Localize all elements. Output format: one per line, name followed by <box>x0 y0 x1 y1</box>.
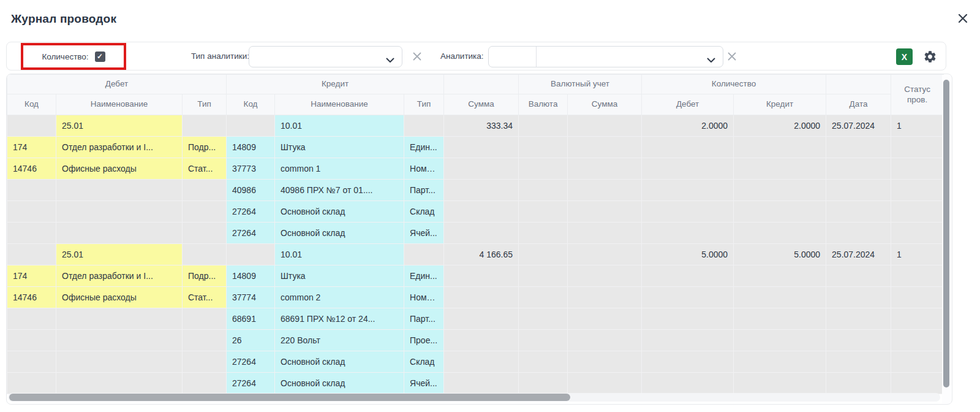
cell-qty-debit[interactable] <box>642 330 734 351</box>
cell-debit-name[interactable]: Отдел разработки и I... <box>56 265 183 287</box>
cell-debit-type[interactable] <box>183 115 227 137</box>
cell-credit-name[interactable]: 68691 ПРХ №12 от 24... <box>275 308 404 330</box>
cell-qty-debit[interactable] <box>642 308 734 330</box>
cell-credit-type[interactable]: Склад <box>404 351 444 373</box>
cell-qty-credit[interactable] <box>734 287 826 308</box>
cell-credit-name[interactable]: Основной склад <box>275 373 404 394</box>
cell-date[interactable] <box>826 287 891 308</box>
cell-date[interactable] <box>826 201 891 223</box>
cell-status[interactable] <box>891 330 944 351</box>
cell-qty-credit[interactable]: 2.0000 <box>734 115 826 137</box>
cell-debit-code[interactable] <box>7 201 56 223</box>
cell-date[interactable]: 25.07.2024 <box>826 115 891 137</box>
horizontal-scrollbar-thumb[interactable] <box>9 394 570 401</box>
cell-amount[interactable] <box>444 351 519 373</box>
cell-currency[interactable] <box>519 223 568 244</box>
clear-analytics-button[interactable] <box>727 52 737 61</box>
cell-debit-code[interactable]: 174 <box>7 137 56 158</box>
analytics-type-select[interactable] <box>249 46 402 67</box>
cell-qty-debit[interactable] <box>642 180 734 201</box>
cell-amount[interactable] <box>444 330 519 351</box>
cell-credit-type[interactable]: Склад <box>404 201 444 223</box>
cell-date[interactable] <box>826 308 891 330</box>
cell-status[interactable] <box>891 287 944 308</box>
cell-date[interactable] <box>826 373 891 394</box>
cell-currency-amount[interactable] <box>568 137 642 158</box>
cell-credit-name[interactable]: 10.01 <box>275 244 404 265</box>
cell-amount[interactable] <box>444 308 519 330</box>
analytics-code-input[interactable] <box>489 47 537 67</box>
cell-credit-type[interactable] <box>404 244 444 265</box>
cell-debit-code[interactable] <box>7 180 56 201</box>
cell-date[interactable] <box>826 137 891 158</box>
cell-amount[interactable] <box>444 180 519 201</box>
cell-credit-code[interactable]: 40986 <box>227 180 275 201</box>
cell-currency-amount[interactable] <box>568 244 642 265</box>
cell-debit-type[interactable]: Подр... <box>183 137 227 158</box>
cell-debit-code[interactable] <box>7 351 56 373</box>
cell-credit-code[interactable]: 27264 <box>227 351 275 373</box>
cell-qty-credit[interactable] <box>734 373 826 394</box>
cell-debit-code[interactable]: 14746 <box>7 158 56 180</box>
cell-amount[interactable] <box>444 223 519 244</box>
cell-amount[interactable]: 4 166.65 <box>444 244 519 265</box>
cell-qty-credit[interactable] <box>734 351 826 373</box>
cell-status[interactable] <box>891 137 944 158</box>
settings-button[interactable] <box>921 48 938 65</box>
cell-qty-credit[interactable] <box>734 201 826 223</box>
cell-date[interactable] <box>826 158 891 180</box>
cell-credit-name[interactable]: common 2 <box>275 287 404 308</box>
cell-credit-code[interactable]: 68691 <box>227 308 275 330</box>
cell-credit-name[interactable]: Штука <box>275 265 404 287</box>
export-excel-button[interactable]: X <box>896 48 913 65</box>
cell-debit-name[interactable] <box>56 308 183 330</box>
cell-credit-name[interactable]: common 1 <box>275 158 404 180</box>
cell-status[interactable]: 1 <box>891 115 944 137</box>
cell-credit-name[interactable]: Штука <box>275 137 404 158</box>
cell-credit-type[interactable]: Ячей... <box>404 223 444 244</box>
horizontal-scrollbar[interactable] <box>8 393 940 402</box>
cell-currency[interactable] <box>519 244 568 265</box>
cell-credit-code[interactable]: 37774 <box>227 287 275 308</box>
cell-currency[interactable] <box>519 158 568 180</box>
cell-currency-amount[interactable] <box>568 287 642 308</box>
cell-qty-debit[interactable] <box>642 158 734 180</box>
cell-debit-name[interactable]: Отдел разработки и I... <box>56 137 183 158</box>
quantity-checkbox[interactable]: ✓ <box>95 52 105 62</box>
cell-currency[interactable] <box>519 265 568 287</box>
cell-debit-name[interactable] <box>56 223 183 244</box>
cell-qty-credit[interactable] <box>734 265 826 287</box>
cell-status[interactable] <box>891 201 944 223</box>
cell-currency-amount[interactable] <box>568 158 642 180</box>
cell-credit-name[interactable]: 40986 ПРХ №7 от 01.... <box>275 180 404 201</box>
cell-debit-code[interactable]: 14746 <box>7 287 56 308</box>
cell-currency-amount[interactable] <box>568 223 642 244</box>
cell-credit-name[interactable]: Основной склад <box>275 223 404 244</box>
cell-currency[interactable] <box>519 137 568 158</box>
cell-status[interactable] <box>891 180 944 201</box>
cell-credit-code[interactable]: 37773 <box>227 158 275 180</box>
cell-currency-amount[interactable] <box>568 308 642 330</box>
cell-debit-type[interactable] <box>183 351 227 373</box>
cell-credit-type[interactable]: Един... <box>404 265 444 287</box>
cell-debit-name[interactable]: Офисные расходы <box>56 158 183 180</box>
cell-amount[interactable] <box>444 137 519 158</box>
cell-debit-type[interactable]: Подр... <box>183 265 227 287</box>
cell-currency[interactable] <box>519 351 568 373</box>
cell-status[interactable]: 1 <box>891 244 944 265</box>
cell-credit-code[interactable] <box>227 115 275 137</box>
cell-date[interactable] <box>826 180 891 201</box>
cell-qty-credit[interactable] <box>734 223 826 244</box>
vertical-scrollbar-thumb[interactable] <box>943 80 949 387</box>
cell-date[interactable] <box>826 265 891 287</box>
cell-currency[interactable] <box>519 115 568 137</box>
cell-status[interactable] <box>891 373 944 394</box>
cell-debit-type[interactable] <box>183 330 227 351</box>
cell-debit-code[interactable] <box>7 244 56 265</box>
cell-date[interactable]: 25.07.2024 <box>826 244 891 265</box>
cell-date[interactable] <box>826 351 891 373</box>
cell-credit-type[interactable]: Парт... <box>404 180 444 201</box>
cell-debit-name[interactable] <box>56 330 183 351</box>
cell-qty-debit[interactable] <box>642 201 734 223</box>
cell-qty-debit[interactable] <box>642 287 734 308</box>
